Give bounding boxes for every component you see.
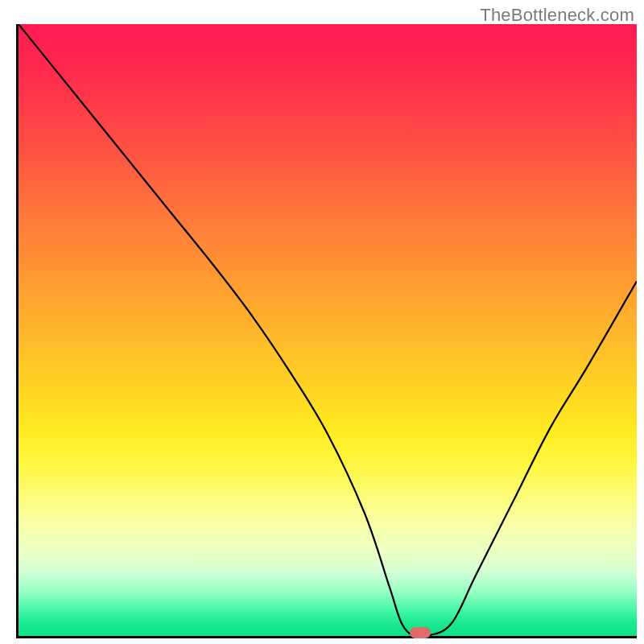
bottleneck-curve — [19, 24, 637, 636]
watermark-text: TheBottleneck.com — [480, 5, 634, 26]
chart-container: TheBottleneck.com — [0, 0, 644, 644]
optimal-marker — [410, 627, 431, 638]
plot-area — [16, 24, 637, 638]
